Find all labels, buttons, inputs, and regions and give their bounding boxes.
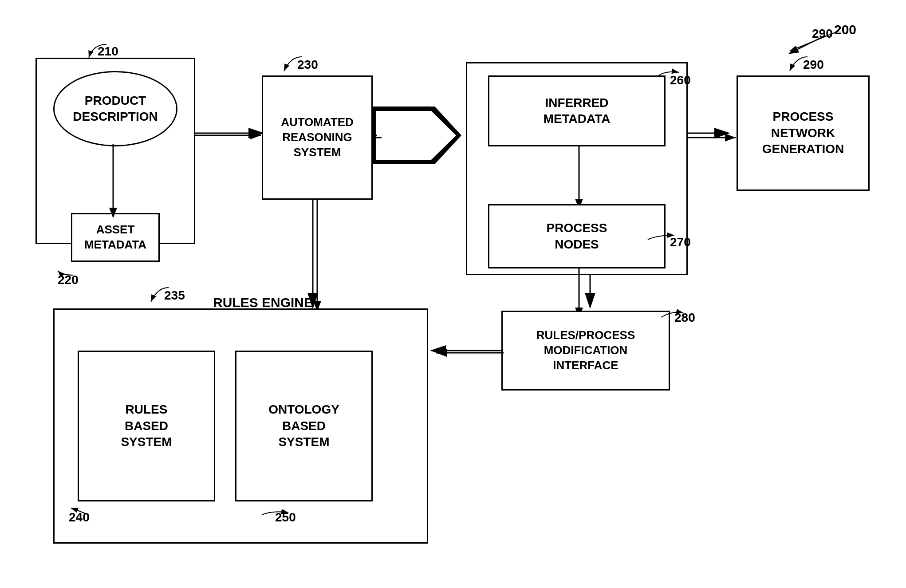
rules-engine-label: RULES ENGINE — [213, 295, 313, 310]
indicator-230 — [275, 52, 311, 79]
box-automated-reasoning: AUTOMATED REASONING SYSTEM — [262, 75, 373, 200]
arrow-container-to-290 — [687, 131, 740, 144]
box-rules-based: RULES BASED SYSTEM — [78, 351, 215, 501]
indicator-210 — [80, 40, 115, 62]
arrow-260-to-270 — [572, 146, 586, 209]
box-process-nodes: PROCESS NODES — [488, 204, 666, 268]
box-inferred-metadata: INFERRED METADATA — [488, 75, 666, 146]
box-rules-process-mod: RULES/PROCESS MODIFICATION INTERFACE — [501, 311, 670, 391]
arrow-270-to-280 — [572, 268, 586, 317]
indicator-200-full — [754, 24, 843, 60]
svg-line-42 — [790, 31, 839, 51]
indicator-240 — [67, 506, 98, 519]
oval-product-description: PRODUCT DESCRIPTION — [53, 71, 177, 146]
diagram: 290 210 PRODUCT DESCRIPTION ASSET METADA… — [0, 0, 906, 588]
arrow-230-to-235 — [311, 200, 324, 311]
connector1 — [373, 133, 377, 138]
indicator-280 — [657, 306, 688, 320]
box-ontology-based: ONTOLOGY BASED SYSTEM — [235, 351, 373, 501]
big-arrow — [373, 98, 466, 173]
arrow-210-to-230 — [195, 126, 266, 144]
arrow-oval-to-asset — [106, 144, 120, 217]
arrow-280-to-235 — [433, 346, 508, 359]
box-process-network: PROCESS NETWORK GENERATION — [737, 75, 870, 191]
indicator-250 — [257, 506, 293, 521]
indicator-235 — [142, 283, 177, 310]
indicator-260 — [652, 66, 683, 79]
indicator-220 — [44, 266, 80, 284]
label-200-main: 200 — [834, 22, 856, 37]
arrow-230-to-bigarrow — [373, 126, 382, 149]
indicator-270 — [643, 226, 679, 244]
box-asset-metadata: ASSET METADATA — [71, 213, 160, 262]
